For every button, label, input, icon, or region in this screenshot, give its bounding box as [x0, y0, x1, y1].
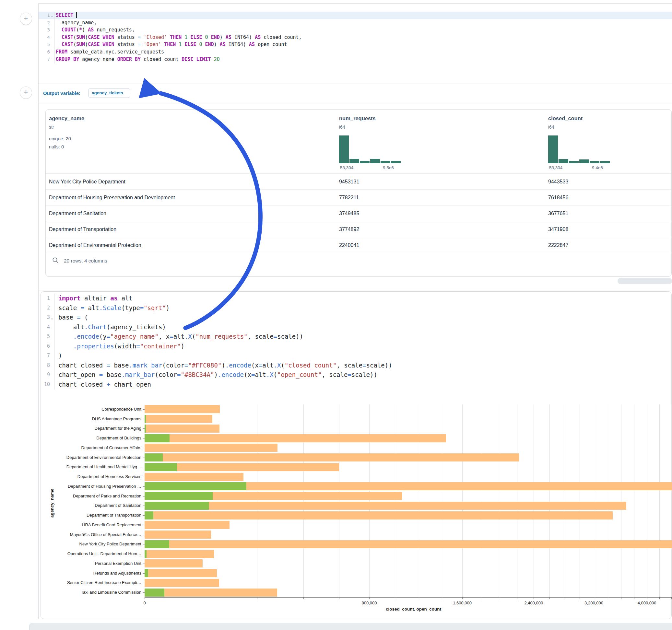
- table-cell: 3774892: [339, 221, 359, 237]
- code-text: .encode(y="agency_name", x=alt.X("num_re…: [58, 332, 303, 342]
- sql-code-editor[interactable]: 1⌄SELECT 2 agency_name,3 COUNT(*) AS num…: [39, 12, 672, 64]
- histogram-max-label: 9.5e6: [383, 165, 394, 170]
- histogram-bar: [590, 161, 599, 163]
- line-number: 8: [41, 361, 50, 370]
- code-text: FROM sample_data.nyc.service_requests: [56, 48, 164, 56]
- line-number: 5: [41, 332, 50, 342]
- fold-chevron-icon[interactable]: ⌄: [51, 12, 53, 20]
- code-line[interactable]: 9chart_open = base.mark_bar(color="#8BC3…: [41, 370, 671, 380]
- line-number: 6: [41, 342, 50, 351]
- code-line[interactable]: 6 .properties(width="container"): [41, 342, 671, 351]
- code-text: chart_closed + chart_open: [58, 380, 151, 390]
- histogram-bar: [548, 136, 558, 163]
- column-type: i64: [548, 124, 554, 130]
- table-cell: Department of Transportation: [49, 221, 116, 237]
- code-text: GROUP BY agency_name ORDER BY closed_cou…: [56, 56, 220, 63]
- output-variable-label: Output variable:: [43, 91, 80, 96]
- code-line[interactable]: 3⌄base = (: [41, 313, 671, 322]
- histogram-bar: [339, 136, 349, 163]
- histogram-min-label: 53,304: [549, 165, 562, 170]
- add-cell-button[interactable]: +: [20, 87, 32, 99]
- dataframe-preview-panel: agency_name str unique: 20 nulls: 0 num_…: [45, 109, 672, 277]
- code-text: import altair as alt: [58, 294, 133, 303]
- line-number: 4: [39, 34, 50, 41]
- code-line[interactable]: 8chart_closed = base.mark_bar(color="#FF…: [41, 361, 671, 370]
- table-cell: Department of Housing Preservation and D…: [49, 190, 175, 205]
- histogram-bar: [360, 161, 369, 163]
- code-line[interactable]: 4 alt.Chart(agency_tickets): [41, 322, 671, 332]
- histogram-bar: [558, 159, 568, 163]
- next-cell-strip[interactable]: [29, 623, 672, 630]
- code-line[interactable]: 5 .encode(y="agency_name", x=alt.X("num_…: [41, 332, 671, 342]
- table-row[interactable]: Department of Transportation377489234719…: [46, 221, 671, 237]
- table-cell: 3677651: [548, 205, 568, 221]
- table-cell: Department of Sanitation: [49, 205, 106, 221]
- code-line[interactable]: 3 COUNT(*) AS num_requests,: [39, 26, 672, 34]
- column-histogram: [548, 135, 610, 163]
- histogram-bar: [579, 160, 589, 163]
- table-cell: 2240041: [339, 237, 359, 253]
- gutter-divider: [54, 294, 55, 390]
- text-cursor: [76, 12, 77, 18]
- code-line[interactable]: 1import altair as alt: [41, 294, 671, 303]
- output-variable-badge[interactable]: agency_tickets: [88, 88, 130, 98]
- line-number: 10: [41, 380, 50, 390]
- line-number: 2: [39, 19, 50, 27]
- gutter-divider: [54, 12, 55, 64]
- add-cell-button[interactable]: +: [20, 13, 32, 25]
- code-line[interactable]: 10chart_closed + chart_open: [41, 380, 671, 390]
- line-number: 5: [39, 41, 50, 48]
- table-row[interactable]: New York City Police Department945313194…: [46, 173, 671, 190]
- histogram-max-label: 9.4e6: [592, 165, 603, 170]
- code-line[interactable]: 7GROUP BY agency_name ORDER BY closed_co…: [39, 56, 672, 63]
- column-header: agency_name: [49, 115, 84, 122]
- row-divider: [46, 253, 671, 253]
- code-line[interactable]: 1⌄SELECT: [39, 12, 672, 19]
- table-row[interactable]: Department of Sanitation37494853677651: [46, 205, 671, 221]
- table-cell: 7782211: [339, 190, 359, 205]
- cell-left-border: [38, 3, 39, 619]
- histogram-bar: [350, 159, 359, 163]
- table-summary: 20 rows, 4 columns: [64, 258, 107, 264]
- code-text: alt.Chart(agency_tickets): [58, 322, 166, 332]
- table-cell: 9443533: [548, 174, 568, 190]
- table-cell: 9453131: [339, 174, 359, 190]
- histogram-bar: [381, 161, 390, 163]
- code-text: chart_closed = base.mark_bar(color="#FFC…: [58, 361, 392, 370]
- column-header: closed_count: [548, 115, 582, 122]
- line-number: 9: [41, 370, 50, 380]
- notebook-page: + + 1⌄SELECT 2 agency_name,3 COUNT(*) AS…: [0, 0, 672, 630]
- divider: [38, 83, 672, 84]
- column-type: i64: [339, 124, 345, 130]
- code-text: CAST(SUM(CASE WHEN status = 'Open' THEN …: [56, 41, 287, 48]
- horizontal-scrollbar[interactable]: [618, 278, 672, 284]
- code-line[interactable]: 6FROM sample_data.nyc.service_requests: [39, 48, 672, 56]
- code-line[interactable]: 4 CAST(SUM(CASE WHEN status = 'Closed' T…: [39, 34, 672, 41]
- line-number: 1: [39, 12, 50, 19]
- code-line[interactable]: 2scale = alt.Scale(type="sqrt"): [41, 303, 671, 313]
- column-stat: nulls: 0: [49, 144, 64, 149]
- line-number: 4: [41, 322, 50, 332]
- table-row[interactable]: Department of Housing Preservation and D…: [46, 189, 671, 205]
- code-line[interactable]: 2 agency_name,: [39, 19, 672, 27]
- code-text: base = (: [58, 313, 88, 322]
- y-axis-title: agency_name: [50, 484, 54, 523]
- fold-chevron-icon[interactable]: ⌄: [51, 313, 53, 323]
- code-text: chart_open = base.mark_bar(color="#8BC34…: [58, 370, 377, 380]
- code-line[interactable]: 7): [41, 351, 671, 361]
- histogram-bar: [391, 161, 401, 163]
- cell-divider: [38, 290, 672, 290]
- column-stat: unique: 20: [49, 136, 71, 141]
- code-line[interactable]: 5 CAST(SUM(CASE WHEN status = 'Open' THE…: [39, 41, 672, 48]
- line-number: 2: [41, 303, 50, 313]
- table-row[interactable]: Department of Environmental Protection22…: [46, 237, 671, 253]
- histogram-bar: [600, 161, 610, 163]
- python-code-editor[interactable]: 1import altair as alt2scale = alt.Scale(…: [41, 294, 671, 390]
- code-text: SELECT: [56, 12, 77, 19]
- cell-top-border: [38, 3, 672, 4]
- code-text: .properties(width="container"): [58, 342, 185, 351]
- line-number: 3: [39, 26, 50, 34]
- code-text: CAST(SUM(CASE WHEN status = 'Closed' THE…: [56, 34, 302, 41]
- search-icon[interactable]: [51, 256, 59, 264]
- histogram-min-label: 53,304: [340, 165, 353, 170]
